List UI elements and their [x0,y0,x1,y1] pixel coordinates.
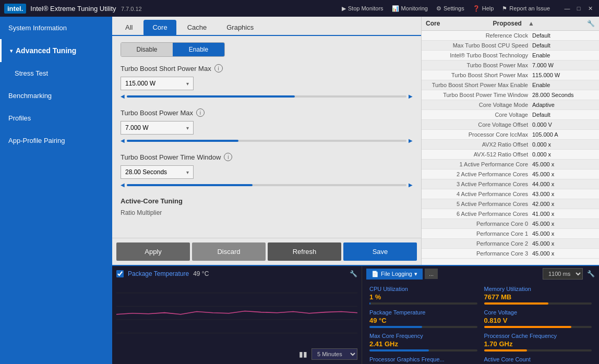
turbo-time-slider[interactable] [127,184,406,186]
chart-icon: 📊 [392,5,399,12]
turbo-max-slider[interactable] [127,140,406,142]
package-temp-checkbox[interactable] [116,270,124,277]
chart-wrench-icon[interactable]: 🔧 [350,270,357,277]
prop-row-avx512: AVX-512 Ratio Offset 0.000 x [422,150,599,160]
prop-row-5cores: 5 Active Performance Cores 42.000 x [422,199,599,209]
turbo-max-value-row: 7.000 W ▾ [121,121,413,135]
turbo-time-info-icon[interactable]: i [224,153,232,161]
turbo-max-value-input[interactable]: 7.000 W ▾ [121,121,194,135]
monitoring-btn[interactable]: 📊 Monitoring [392,5,428,12]
pkg-temp-label: Package Temperature [369,309,477,316]
prop-col-proposed: Proposed [493,20,522,27]
disable-btn[interactable]: Disable [121,43,173,56]
prop-row-perf-core-2: Performance Core 2 45.000 x [422,239,599,249]
chart-body [116,280,357,346]
sidebar-item-stress-test[interactable]: Stress Test [0,62,112,84]
prop-row-turbo-power-max: Turbo Boost Power Max 7.000 W [422,60,599,70]
properties-panel: Core Proposed ▲ 🔧 Reference Clock Defaul… [422,17,599,265]
refresh-button[interactable]: Refresh [268,242,341,261]
sidebar-item-advanced-tuning[interactable]: ▾ Advanced Tuning [0,39,112,62]
max-core-freq-value: 2.41 GHz [369,340,477,348]
turbo-time-window-setting: Turbo Boost Power Time Window i 28.00 Se… [121,153,413,188]
stat-cpu-util: CPU Utilization 1 % [366,284,481,307]
maximize-btn[interactable]: □ [574,5,583,12]
cpu-util-bar [369,302,477,305]
lower-area: Package Temperature 49 °C 🔧 [112,265,599,364]
apply-button[interactable]: Apply [116,242,190,261]
minimize-btn[interactable]: — [562,5,572,12]
prop-row-turbo-short-max: Turbo Boost Short Power Max 115.000 W [422,70,599,80]
prop-row-4cores: 4 Active Performance Cores 43.000 x [422,189,599,199]
slider-left-arrow[interactable]: ◀ [121,138,125,143]
pkg-temp-bar-fill [369,326,422,328]
discard-button[interactable]: Discard [192,242,266,261]
prop-row-6cores: 6 Active Performance Cores 41.000 x [422,209,599,219]
active-core-tuning-title: Active-Core Tuning [121,197,413,205]
stat-mem-util: Memory Utilization 7677 MB [481,284,595,307]
slider-left-arrow[interactable]: ◀ [121,93,125,99]
report-issue-btn[interactable]: ⚑ Report an Issue [502,5,550,12]
stat-core-volt: Core Voltage 0.810 V [481,307,595,330]
core-volt-label: Core Voltage [484,309,592,316]
collapse-icon[interactable]: ▲ [528,20,534,27]
slider-right-arrow[interactable]: ▶ [409,138,413,143]
wrench-icon[interactable]: 🔧 [587,20,595,27]
flag-icon: ⚑ [502,5,507,12]
stat-proc-cache-freq: Processor Cache Frequency 1.70 GHz [481,331,595,354]
prop-row-turbo-short-enable: Turbo Boost Short Power Max Enable Enabl… [422,80,599,90]
chart-header: Package Temperature 49 °C 🔧 [116,270,357,277]
chart-svg [116,280,357,338]
turbo-short-slider[interactable] [127,95,406,98]
turbo-time-value-input[interactable]: 28.00 Seconds ▾ [121,165,194,179]
enable-btn[interactable]: Enable [173,43,224,56]
close-btn[interactable]: ✕ [585,5,595,12]
stats-interval-select[interactable]: 1100 ms 500 ms 1000 ms [543,268,583,280]
stats-dots-btn[interactable]: ... [425,269,438,279]
stats-wrench-icon[interactable]: 🔧 [587,270,595,277]
file-logging-btn[interactable]: 📄 File Logging ▾ [366,269,423,280]
chevron-down-icon: ▾ [186,169,189,175]
ratio-multiplier-label: Ratio Multiplier [121,209,413,216]
prop-row-2cores: 2 Active Performance Cores 45.000 x [422,169,599,179]
tab-cache[interactable]: Cache [178,20,216,35]
tab-graphics[interactable]: Graphics [218,20,262,35]
core-volt-bar [484,326,592,328]
prop-row-turbo-time-window: Turbo Boost Power Time Window 28.000 Sec… [422,90,599,100]
turbo-toggle-group[interactable]: Disable Enable [121,42,225,57]
gear-icon: ⚙ [436,5,441,12]
slider-left-arrow[interactable]: ◀ [121,182,125,188]
settings-scroll[interactable]: Disable Enable Turbo Boost Short Power M… [112,36,421,238]
prop-row-core-volt-mode: Core Voltage Mode Adaptive [422,100,599,110]
time-range-select[interactable]: 5 Minutes 10 Minutes 30 Minutes 1 Hour [312,348,357,360]
proc-cache-freq-label: Processor Cache Frequency [484,333,592,339]
cpu-util-bar-fill [369,302,370,305]
stats-header: 📄 File Logging ▾ ... 1100 ms 500 ms 1000… [362,266,599,282]
help-icon: ❓ [473,5,480,12]
settings-btn[interactable]: ⚙ Settings [436,5,464,12]
save-button[interactable]: Save [343,242,417,261]
prop-row-iccmax: Processor Core IccMax 105.000 A [422,130,599,140]
sidebar-item-profiles[interactable]: Profiles [0,107,112,129]
slider-right-arrow[interactable]: ▶ [409,182,413,188]
slider-right-arrow[interactable]: ▶ [409,93,413,99]
cpu-util-label: CPU Utilization [369,286,477,292]
turbo-time-window-label: Turbo Boost Power Time Window i [121,153,413,161]
turbo-short-value-row: 115.000 W ▾ [121,77,413,90]
help-btn[interactable]: ❓ Help [473,5,494,12]
pause-button[interactable]: ▮▮ [299,350,307,358]
stop-monitors-btn[interactable]: ▶ Stop Monitors [342,5,384,12]
sidebar-item-benchmarking[interactable]: Benchmarking [0,84,112,107]
logging-icon: 📄 [372,271,379,277]
chart-footer: ▮▮ 5 Minutes 10 Minutes 30 Minutes 1 Hou… [116,348,357,360]
properties-scroll[interactable]: Reference Clock Default Max Turbo Boost … [422,31,599,265]
cpu-util-value: 1 % [369,293,477,301]
max-core-freq-bar-fill [369,349,429,351]
turbo-max-info-icon[interactable]: i [196,108,205,117]
tab-core[interactable]: Core [143,20,176,35]
package-temp-label: Package Temperature [128,270,189,277]
turbo-short-info-icon[interactable]: i [214,64,223,72]
sidebar-item-system-information[interactable]: System Information [0,17,112,39]
sidebar-item-app-profile-pairing[interactable]: App-Profile Pairing [0,129,112,152]
turbo-short-value-input[interactable]: 115.000 W ▾ [121,77,194,90]
tab-all[interactable]: All [116,20,141,35]
